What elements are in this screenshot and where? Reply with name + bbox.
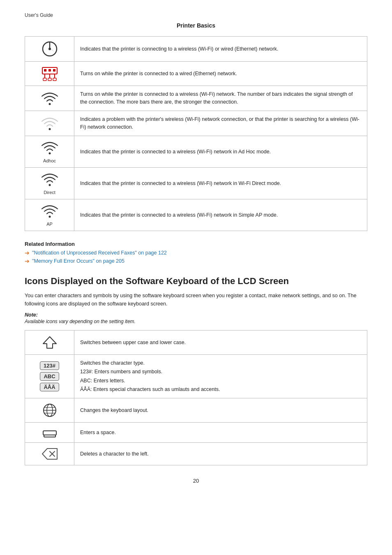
direct-label: Direct bbox=[44, 190, 55, 195]
icon-cell-backspace bbox=[25, 443, 74, 465]
desc-chartype: Switches the character type. 123#: Enter… bbox=[74, 355, 367, 398]
svg-marker-17 bbox=[43, 337, 56, 348]
svg-rect-3 bbox=[44, 69, 46, 72]
svg-rect-4 bbox=[48, 69, 51, 72]
table-row: Direct Indicates that the printer is con… bbox=[25, 168, 367, 199]
shift-icon bbox=[31, 335, 68, 350]
svg-rect-9 bbox=[43, 78, 46, 81]
icon-cell-wifi-adhoc: Adhoc bbox=[25, 136, 74, 168]
svg-point-14 bbox=[48, 153, 51, 155]
table-row: Adhoc Indicates that the printer is conn… bbox=[25, 136, 367, 168]
desc-wifi-adhoc: Indicates that the printer is connected … bbox=[74, 136, 367, 168]
arrow-icon-1: ➔ bbox=[25, 250, 30, 256]
note-text: Available icons vary depending on the se… bbox=[25, 319, 367, 324]
table-row: Turns on while the printer is connected … bbox=[25, 62, 367, 86]
related-information: Related Information ➔ "Notification of U… bbox=[25, 241, 367, 264]
section2-heading: Icons Displayed on the Software Keyboard… bbox=[25, 276, 367, 287]
icon-cell-space bbox=[25, 423, 74, 443]
svg-point-15 bbox=[48, 184, 51, 186]
section2-description: You can enter characters and symbols by … bbox=[25, 291, 367, 308]
kbd-aaa: ÄÅÄ bbox=[40, 383, 59, 391]
icon-cell-wifi-problem bbox=[25, 111, 74, 136]
kbd-abc: ABC bbox=[40, 372, 59, 381]
desc-space: Enters a space. bbox=[74, 423, 367, 443]
svg-point-13 bbox=[48, 128, 51, 130]
desc-wifi-problem: Indicates a problem with the printer's w… bbox=[74, 111, 367, 136]
adhoc-label: Adhoc bbox=[43, 158, 56, 163]
keyboard-icon-table: Switches between upper case and lower ca… bbox=[25, 330, 367, 465]
desc-connecting: Indicates that the printer is connecting… bbox=[74, 37, 367, 62]
backspace-icon bbox=[31, 447, 68, 461]
desc-shift: Switches between upper case and lower ca… bbox=[74, 331, 367, 355]
table-row: Turns on while the printer is connected … bbox=[25, 86, 367, 111]
ethernet-icon bbox=[31, 66, 68, 81]
desc-wifi-full: Turns on while the printer is connected … bbox=[74, 86, 367, 111]
wifi-direct-icon: Direct bbox=[31, 172, 68, 195]
link-row-memory[interactable]: ➔ "Memory Full Error Occurs" on page 205 bbox=[25, 258, 367, 264]
svg-point-12 bbox=[48, 103, 51, 105]
desc-wifi-ap: Indicates that the printer is connected … bbox=[74, 199, 367, 231]
icon-cell-chartype: 123# ABC ÄÅÄ bbox=[25, 355, 74, 398]
icon-cell-connecting bbox=[25, 37, 74, 62]
svg-rect-5 bbox=[53, 69, 55, 72]
desc-backspace: Deletes a character to the left. bbox=[74, 443, 367, 465]
guide-label: User's Guide bbox=[25, 12, 367, 18]
link-faxes[interactable]: "Notification of Unprocessed Received Fa… bbox=[32, 250, 167, 256]
table-row: Deletes a character to the left. bbox=[25, 443, 367, 465]
link-row-faxes[interactable]: ➔ "Notification of Unprocessed Received … bbox=[25, 250, 367, 256]
icon-cell-globe bbox=[25, 398, 74, 423]
globe-icon bbox=[31, 402, 68, 418]
wifi-ap-icon: AP bbox=[31, 204, 68, 227]
note-label: Note: bbox=[25, 312, 367, 318]
table-row: Switches between upper case and lower ca… bbox=[25, 331, 367, 355]
icon-cell-wifi-full bbox=[25, 86, 74, 111]
arrow-icon-2: ➔ bbox=[25, 258, 30, 264]
table-row: Changes the keyboard layout. bbox=[25, 398, 367, 423]
page-number: 20 bbox=[25, 478, 367, 484]
icon-cell-shift bbox=[25, 331, 74, 355]
table-row: 123# ABC ÄÅÄ Switches the character type… bbox=[25, 355, 367, 398]
icon-cell-wifi-direct: Direct bbox=[25, 168, 74, 199]
chartype-icon: 123# ABC ÄÅÄ bbox=[31, 361, 68, 391]
icon-cell-ethernet bbox=[25, 62, 74, 86]
table-row: Indicates that the printer is connecting… bbox=[25, 37, 367, 62]
related-info-heading: Related Information bbox=[25, 241, 367, 247]
desc-wifi-direct: Indicates that the printer is connected … bbox=[74, 168, 367, 199]
wifi-adhoc-icon: Adhoc bbox=[31, 140, 68, 163]
svg-rect-10 bbox=[48, 78, 51, 81]
table-row: Indicates a problem with the printer's w… bbox=[25, 111, 367, 136]
svg-rect-23 bbox=[43, 431, 56, 435]
svg-point-16 bbox=[48, 216, 51, 218]
table-row: AP Indicates that the printer is connect… bbox=[25, 199, 367, 231]
wifi-full-icon bbox=[31, 90, 68, 106]
section-title: Printer Basics bbox=[25, 22, 367, 29]
desc-ethernet: Turns on while the printer is connected … bbox=[74, 62, 367, 86]
table-row: Enters a space. bbox=[25, 423, 367, 443]
ap-label: AP bbox=[46, 222, 53, 227]
network-icon-table: Indicates that the printer is connecting… bbox=[25, 36, 367, 231]
svg-rect-11 bbox=[53, 78, 56, 81]
kbd-123: 123# bbox=[40, 361, 59, 370]
link-memory[interactable]: "Memory Full Error Occurs" on page 205 bbox=[32, 258, 125, 264]
wifi-problem-icon bbox=[31, 115, 68, 132]
icon-cell-wifi-ap: AP bbox=[25, 199, 74, 231]
space-icon bbox=[31, 427, 68, 438]
connecting-icon bbox=[31, 41, 68, 57]
desc-globe: Changes the keyboard layout. bbox=[74, 398, 367, 423]
